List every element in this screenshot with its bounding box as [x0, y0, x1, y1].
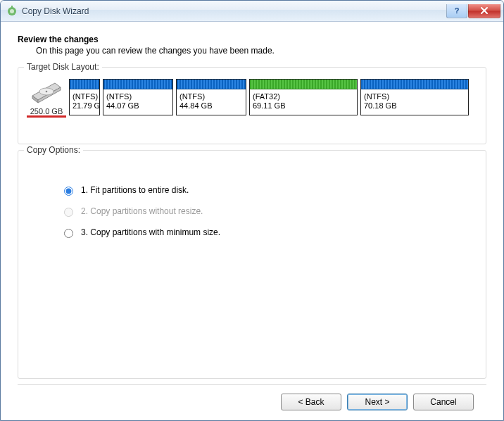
wizard-footer: < Back Next > Cancel — [18, 384, 486, 420]
partition-size: 69.11 GB — [253, 101, 354, 111]
disk-layout-row: 250.0 GB (NTFS)21.79 GB(NTFS)44.07 GB(NT… — [27, 79, 477, 115]
partition-header — [103, 80, 172, 89]
partition-info: (NTFS)44.07 GB — [103, 89, 172, 115]
partition-block[interactable]: (FAT32)69.11 GB — [249, 79, 358, 115]
options-list: 1. Fit partitions to entire disk.2. Copy… — [27, 161, 477, 238]
wizard-body: Review the changes On this page you can … — [1, 22, 503, 420]
disk-capacity: 250.0 GB — [27, 107, 66, 115]
copy-option-label: 1. Fit partitions to entire disk. — [81, 185, 189, 195]
back-button[interactable]: < Back — [281, 394, 341, 410]
copy-option-radio[interactable] — [64, 229, 73, 238]
help-button[interactable]: ? — [446, 4, 467, 18]
group-label: Copy Options: — [24, 145, 83, 155]
partition-header — [250, 80, 357, 89]
copy-options-group: Copy Options: 1. Fit partitions to entir… — [18, 150, 486, 379]
partition-info: (FAT32)69.11 GB — [250, 89, 357, 115]
copy-option-label: 2. Copy partitions without resize. — [81, 206, 203, 216]
page-title: Review the changes — [18, 34, 486, 44]
partition-filesystem: (NTFS) — [73, 92, 96, 101]
partition-info: (NTFS)21.79 GB — [70, 89, 99, 115]
partition-header — [70, 80, 99, 89]
copy-option-radio[interactable] — [64, 187, 73, 196]
partition-header — [361, 80, 468, 89]
target-disk-layout-group: Target Disk Layout: 250.0 GB — [18, 67, 486, 144]
wizard-window: Copy Disk Wizard ? Review the changes On… — [0, 0, 504, 421]
svg-rect-2 — [11, 6, 13, 8]
page-subtitle: On this page you can review the changes … — [36, 46, 486, 56]
app-icon — [6, 6, 18, 17]
partition-size: 21.79 GB — [73, 101, 96, 111]
partition-filesystem: (NTFS) — [364, 92, 465, 101]
svg-point-5 — [46, 91, 48, 93]
partition-block[interactable]: (NTFS)21.79 GB — [69, 79, 100, 115]
partition-block[interactable]: (NTFS)44.84 GB — [176, 79, 246, 115]
partition-size: 44.84 GB — [179, 101, 243, 111]
partition-filesystem: (NTFS) — [106, 92, 170, 101]
hard-disk-icon — [30, 97, 63, 106]
copy-option-row[interactable]: 3. Copy partitions with minimum size. — [61, 227, 477, 238]
copy-option-row: 2. Copy partitions without resize. — [61, 206, 477, 217]
copy-option-label: 3. Copy partitions with minimum size. — [81, 227, 220, 237]
cancel-button[interactable]: Cancel — [413, 394, 474, 410]
partition-size: 70.18 GB — [364, 101, 465, 111]
partition-block[interactable]: (NTFS)44.07 GB — [103, 79, 173, 115]
disk-icon-block: 250.0 GB — [27, 79, 66, 115]
copy-option-row[interactable]: 1. Fit partitions to entire disk. — [61, 184, 477, 196]
partition-info: (NTFS)70.18 GB — [361, 89, 468, 115]
next-button[interactable]: Next > — [347, 394, 408, 410]
disk-usage-bar — [27, 115, 66, 118]
partition-size: 44.07 GB — [106, 101, 170, 111]
svg-point-1 — [10, 9, 14, 13]
group-label: Target Disk Layout: — [24, 62, 102, 72]
close-button[interactable] — [468, 4, 500, 18]
partition-header — [177, 80, 246, 89]
partition-filesystem: (FAT32) — [253, 92, 354, 101]
partition-info: (NTFS)44.84 GB — [177, 89, 246, 115]
titlebar[interactable]: Copy Disk Wizard ? — [1, 1, 503, 22]
partition-block[interactable]: (NTFS)70.18 GB — [360, 79, 469, 115]
partition-filesystem: (NTFS) — [179, 92, 243, 101]
window-title: Copy Disk Wizard — [22, 6, 89, 16]
svg-text:?: ? — [455, 6, 460, 15]
copy-option-radio — [64, 208, 73, 217]
